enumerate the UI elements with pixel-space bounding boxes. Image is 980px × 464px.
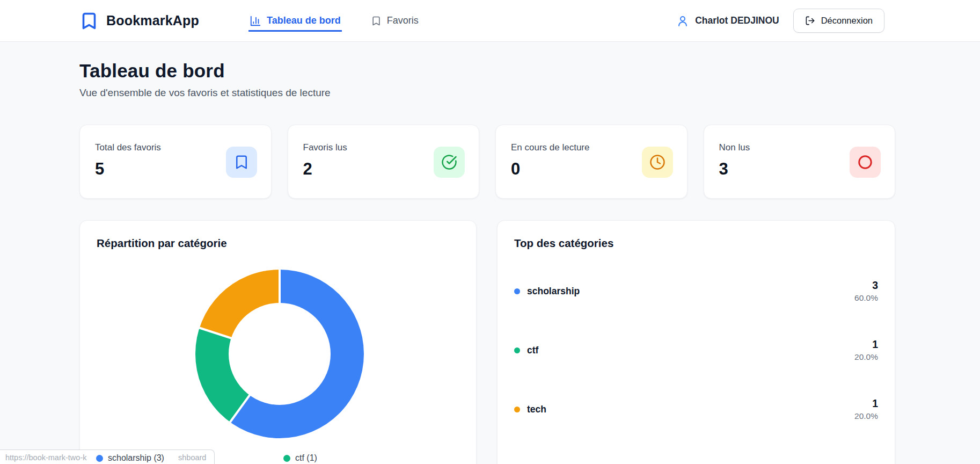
category-count: 1 [854,338,878,351]
stat-card-unread: Non lus 3 [704,125,896,199]
page-title: Tableau de bord [79,60,895,82]
bookmark-icon [371,16,382,26]
charts-row: Répartition par catégorie scholarship (3… [79,220,895,464]
donut-hole [229,303,331,405]
category-name: scholarship [527,286,580,297]
category-name: tech [527,404,546,415]
category-donut-card: Répartition par catégorie scholarship (3… [79,220,477,464]
nav-tab-dashboard-label: Tableau de bord [267,15,341,26]
top-categories-title: Top des catégories [514,237,878,250]
legend-dot [283,455,290,462]
legend-label: scholarship (3) [108,453,164,463]
nav-tab-favorites-label: Favoris [387,15,419,26]
list-item: scholarship 3 60.0% [514,274,878,308]
nav-tab-favorites[interactable]: Favoris [370,10,420,31]
stat-card-read: Favoris lus 2 [288,125,480,199]
logout-icon [805,16,815,26]
list-item: ctf 1 20.0% [514,333,878,367]
clock-icon [642,147,673,178]
legend-dot [96,455,103,462]
bookmark-logo-icon [79,11,99,31]
circle-icon [850,147,881,178]
category-dot [514,407,520,412]
navbar-right: Charlot DEDJINOU Déconnexion [676,9,884,33]
logout-button[interactable]: Déconnexion [793,9,884,33]
top-categories-card: Top des catégories scholarship 3 60.0% [497,220,895,464]
legend-item-ctf[interactable]: ctf (1) [283,453,317,463]
status-url-suffix: shboard [178,453,206,462]
donut-chart [195,270,364,438]
nav-tab-dashboard[interactable]: Tableau de bord [248,10,342,32]
page-subtitle: Vue d'ensemble de vos favoris et statist… [79,87,895,99]
top-categories-list: scholarship 3 60.0% ctf 1 [514,274,878,426]
logout-button-label: Déconnexion [821,16,873,26]
category-percent: 20.0% [854,352,878,362]
nav-links: Tableau de bord Favoris [248,10,420,32]
stat-card-total: Total des favoris 5 [79,125,272,199]
stats-row: Total des favoris 5 Favoris lus 2 [79,125,895,199]
bookmark-icon [226,147,257,178]
category-percent: 20.0% [854,411,878,421]
list-item: tech 1 20.0% [514,392,878,426]
category-dot [514,347,520,353]
category-count: 3 [854,279,878,292]
category-percent: 60.0% [854,293,878,303]
stat-card-reading: En cours de lecture 0 [495,125,688,199]
category-count: 1 [854,397,878,410]
legend-label: ctf (1) [295,453,317,463]
check-circle-icon [434,147,465,178]
category-dot [514,288,520,294]
legend-item-scholarship[interactable]: scholarship (3) [96,453,164,463]
main-content: Tableau de bord Vue d'ensemble de vos fa… [0,42,980,464]
user-chip: Charlot DEDJINOU [676,15,779,27]
user-name: Charlot DEDJINOU [695,15,779,26]
app-name: BookmarkApp [106,13,199,28]
app-window: BookmarkApp Tableau de bord Favoris [0,0,980,464]
category-name: ctf [527,345,538,356]
bar-chart-icon [250,15,261,27]
status-url-prefix: https://book-mark-two-k [5,453,87,462]
user-icon [676,15,689,27]
app-logo: BookmarkApp [79,11,199,31]
donut-chart-title: Répartition par catégorie [97,237,459,250]
navbar: BookmarkApp Tableau de bord Favoris [0,0,980,42]
